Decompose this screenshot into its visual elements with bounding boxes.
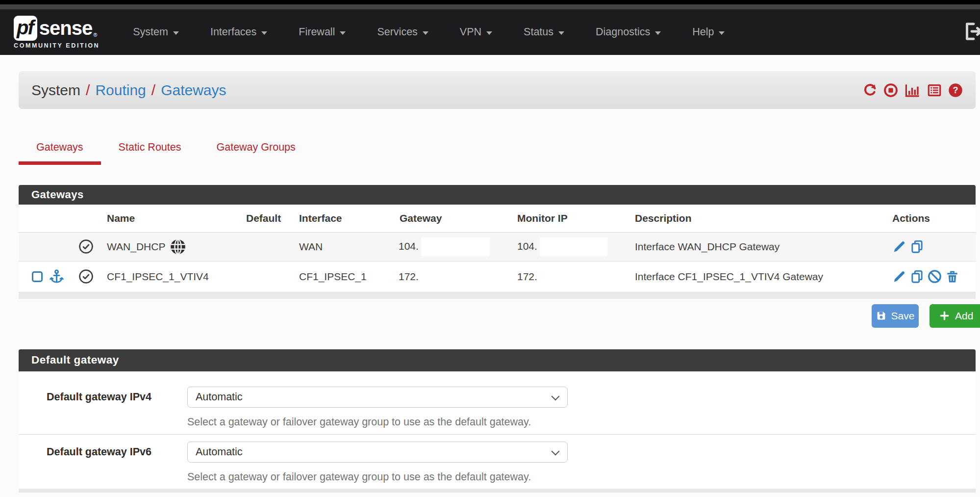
nav-item-firewall[interactable]: Firewall (283, 26, 361, 38)
pf-logo-box: pf (14, 16, 37, 41)
tab-static-routes[interactable]: Static Routes (101, 141, 199, 165)
table-row-wan-dhcp: WAN_DHCP WAN 104. 104. Inter (19, 232, 976, 261)
gateway-description: Interface CF1_IPSEC_1_VTIV4 Gateway (630, 261, 882, 292)
breadcrumb-link-gateways[interactable]: Gateways (161, 82, 226, 99)
gateways-panel-title: Gateways (19, 185, 976, 205)
nav-label: Diagnostics (596, 26, 650, 38)
save-button[interactable]: Save (872, 304, 919, 328)
window-chrome-bar (0, 4, 980, 9)
row-actions (882, 269, 976, 284)
navbar: pf sense ® COMMUNITY EDITION System Inte… (0, 9, 980, 55)
form-row-ipv4: Default gateway IPv4 Automatic Select a … (19, 371, 976, 435)
add-button[interactable]: Add (930, 304, 980, 328)
breadcrumb: System / Routing / Gateways (31, 82, 226, 99)
breadcrumb-separator: / (151, 82, 155, 99)
default-gateway-ipv6-select[interactable]: Automatic (187, 442, 568, 463)
nav-item-system[interactable]: System (117, 26, 195, 38)
chevron-down-icon (340, 31, 346, 35)
col-status (73, 205, 100, 232)
log-list-icon[interactable] (927, 83, 942, 98)
nav-label: Status (524, 26, 553, 38)
svg-text:?: ? (953, 85, 958, 95)
gateway-description: Interface WAN_DHCP Gateway (630, 232, 882, 261)
col-description: Description (630, 205, 882, 232)
bar-chart-icon[interactable] (905, 83, 921, 98)
col-name: Name (100, 205, 239, 232)
stop-circle-icon[interactable] (883, 83, 898, 98)
disable-icon[interactable] (928, 269, 942, 284)
anchor-icon (49, 269, 64, 284)
tab-gateways[interactable]: Gateways (19, 141, 101, 165)
logo-tagline: COMMUNITY EDITION (14, 42, 100, 49)
copy-icon[interactable] (910, 269, 924, 284)
breadcrumb-root: System (31, 82, 80, 99)
delete-icon[interactable] (945, 269, 959, 284)
gateway-interface: WAN (292, 232, 392, 261)
default-gateway-ipv4-select[interactable]: Automatic (187, 387, 568, 408)
chevron-down-icon (173, 31, 179, 35)
edit-icon[interactable] (892, 269, 906, 284)
default-gateway-globe-icon (170, 238, 186, 255)
nav-item-interfaces[interactable]: Interfaces (195, 26, 283, 38)
edit-icon[interactable] (892, 239, 906, 254)
breadcrumb-panel: System / Routing / Gateways (19, 71, 976, 109)
nav-item-services[interactable]: Services (361, 26, 444, 38)
default-cell (239, 261, 292, 292)
nav-label: VPN (460, 26, 481, 38)
default-gateway-title: Default gateway (19, 349, 976, 371)
save-label: Save (891, 310, 915, 322)
page-action-icons: ? (863, 83, 969, 98)
nav-item-help[interactable]: Help (677, 26, 740, 38)
form-row-ipv6: Default gateway IPv6 Automatic Select a … (19, 435, 976, 489)
gateways-table: Name Default Interface Gateway Monitor I… (19, 205, 976, 292)
gateway-address: 104. (399, 240, 419, 251)
selected-value: Automatic (196, 446, 243, 458)
col-select (19, 205, 73, 232)
gateway-name: WAN_DHCP (107, 241, 165, 253)
redaction-box (421, 237, 490, 256)
nav-item-diagnostics[interactable]: Diagnostics (580, 26, 677, 38)
routing-tabs: Gateways Static Routes Gateway Groups (19, 141, 980, 165)
col-gateway: Gateway (392, 205, 512, 232)
chevron-down-icon (558, 31, 564, 35)
row-select-cell (19, 232, 73, 261)
gateway-online-icon (78, 239, 94, 254)
breadcrumb-link-routing[interactable]: Routing (95, 82, 146, 99)
gateway-address: 172. (392, 261, 512, 292)
copy-icon[interactable] (910, 239, 924, 254)
default-gateway-panel: Default gateway Default gateway IPv4 Aut… (19, 349, 976, 489)
chevron-down-icon (486, 31, 492, 35)
pfsense-page: pf sense ® COMMUNITY EDITION System Inte… (0, 0, 980, 497)
nav-item-status[interactable]: Status (508, 26, 580, 38)
plus-icon (939, 310, 950, 321)
table-row-cf1-ipsec: CF1_IPSEC_1_VTIV4 CF1_IPSEC_1 172. 172. … (19, 261, 976, 292)
gateway-online-icon (78, 269, 94, 284)
gateway-address-cell: 104. (392, 232, 512, 261)
nav-label: Help (692, 26, 714, 38)
table-buttons: Save Add (19, 304, 976, 328)
logo-sense: sense (39, 17, 92, 39)
col-actions: Actions (882, 205, 976, 232)
chevron-down-icon (552, 392, 560, 400)
default-gateway-ipv4-label: Default gateway IPv4 (19, 387, 187, 428)
refresh-icon[interactable] (863, 83, 877, 97)
help-icon[interactable]: ? (948, 83, 963, 98)
gateways-panel: Gateways Name Default Interface Gateway (19, 185, 976, 299)
nav-menu: System Interfaces Firewall Services VPN … (117, 26, 740, 38)
nav-label: System (133, 26, 168, 38)
chevron-down-icon (423, 31, 428, 35)
monitor-ip-cell: 104. (512, 232, 630, 261)
monitor-ip: 172. (512, 261, 630, 292)
ipv4-help-text: Select a gateway or failover gateway gro… (187, 416, 976, 428)
row-checkbox[interactable] (32, 271, 43, 282)
selected-value: Automatic (196, 391, 243, 403)
pfsense-logo[interactable]: pf sense ® COMMUNITY EDITION (14, 16, 100, 49)
logo-pf: pf (17, 17, 33, 38)
chevron-down-icon (655, 31, 661, 35)
nav-label: Interfaces (210, 26, 256, 38)
nav-item-vpn[interactable]: VPN (444, 26, 508, 38)
tab-gateway-groups[interactable]: Gateway Groups (199, 141, 313, 165)
default-gateway-ipv6-label: Default gateway IPv6 (19, 442, 187, 483)
nav-label: Firewall (299, 26, 335, 38)
sign-out-icon[interactable] (961, 20, 980, 45)
